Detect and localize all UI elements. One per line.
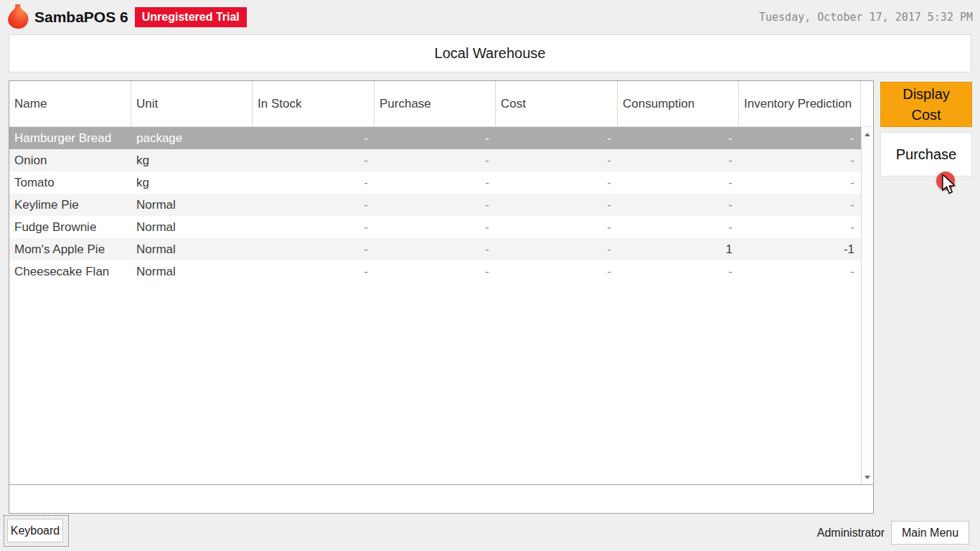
purchase-button[interactable]: Purchase bbox=[880, 132, 972, 176]
column-header-consumption[interactable]: Consumption bbox=[618, 81, 739, 126]
top-bar: SambaPOS 6 Unregistered Trial Tuesday, O… bbox=[0, 0, 980, 34]
display-cost-label: Display Cost bbox=[894, 84, 958, 126]
table-row-keylime-pie[interactable]: Keylime PieNormal----- bbox=[9, 194, 861, 216]
table-row-onion[interactable]: Onionkg----- bbox=[9, 149, 861, 171]
cell-cost: - bbox=[496, 194, 618, 216]
table-row-cheesecake-flan[interactable]: Cheesecake FlanNormal----- bbox=[9, 260, 861, 283]
cell-in-stock: - bbox=[253, 171, 374, 194]
table-body: Hamburger Breadpackage-----Onionkg-----T… bbox=[9, 127, 873, 484]
cell-unit: kg bbox=[131, 149, 253, 171]
keyboard-button[interactable]: Keyboard bbox=[7, 519, 63, 542]
main-menu-label: Main Menu bbox=[902, 527, 958, 540]
cell-consumption: - bbox=[618, 171, 739, 194]
cell-unit: package bbox=[131, 127, 253, 149]
column-header-spacer bbox=[861, 81, 873, 126]
cell-unit: kg bbox=[131, 171, 253, 194]
page-title-label: Local Warehouse bbox=[435, 45, 546, 62]
cell-inventory-prediction: - bbox=[739, 194, 861, 216]
cell-in-stock: - bbox=[253, 216, 374, 238]
cell-cost: - bbox=[496, 260, 618, 283]
cell-inventory-prediction: - bbox=[739, 260, 861, 283]
clock-datetime: Tuesday, October 17, 2017 5:32 PM bbox=[759, 11, 973, 24]
purchase-label: Purchase bbox=[896, 146, 957, 163]
column-header-name[interactable]: Name bbox=[9, 81, 131, 126]
warehouse-inventory-table: NameUnitIn StockPurchaseCostConsumptionI… bbox=[9, 80, 874, 514]
app-title: SambaPOS 6 bbox=[34, 9, 128, 26]
cell-name: Keylime Pie bbox=[9, 194, 131, 216]
cell-in-stock: - bbox=[253, 194, 374, 216]
cell-unit: Normal bbox=[131, 194, 253, 216]
cell-consumption: - bbox=[618, 149, 739, 171]
column-header-cost[interactable]: Cost bbox=[496, 81, 618, 126]
cell-purchase: - bbox=[374, 194, 496, 216]
cell-name: Hamburger Bread bbox=[9, 127, 131, 149]
cell-cost: - bbox=[496, 171, 618, 194]
column-header-purchase[interactable]: Purchase bbox=[374, 81, 496, 126]
cell-name: Mom's Apple Pie bbox=[9, 238, 131, 260]
cell-cost: - bbox=[496, 216, 618, 238]
cell-cost: - bbox=[496, 238, 618, 260]
cell-cost: - bbox=[496, 149, 618, 171]
cell-inventory-prediction: - bbox=[739, 127, 861, 149]
cell-inventory-prediction: - bbox=[739, 171, 861, 194]
display-cost-button[interactable]: Display Cost bbox=[880, 82, 972, 127]
sambapos-flame-icon bbox=[6, 4, 30, 30]
scroll-up-arrow-icon[interactable] bbox=[862, 128, 873, 140]
cell-purchase: - bbox=[374, 260, 496, 283]
page-title: Local Warehouse bbox=[9, 34, 971, 72]
mouse-pointer-icon bbox=[941, 174, 956, 196]
cell-consumption: - bbox=[618, 260, 739, 283]
cell-name: Fudge Brownie bbox=[9, 216, 131, 238]
column-header-in-stock[interactable]: In Stock bbox=[253, 81, 374, 126]
unregistered-trial-badge: Unregistered Trial bbox=[135, 7, 247, 27]
cell-consumption: 1 bbox=[618, 238, 739, 260]
horizontal-scrollbar-track[interactable] bbox=[9, 484, 873, 513]
vertical-scrollbar[interactable] bbox=[861, 127, 873, 484]
cell-cost: - bbox=[496, 127, 618, 149]
cell-unit: Normal bbox=[131, 260, 253, 283]
table-row-fudge-brownie[interactable]: Fudge BrownieNormal----- bbox=[9, 216, 861, 238]
table-rows-area: Hamburger Breadpackage-----Onionkg-----T… bbox=[9, 127, 861, 484]
cell-name: Cheesecake Flan bbox=[9, 260, 131, 283]
cell-purchase: - bbox=[374, 238, 496, 260]
cell-unit: Normal bbox=[131, 216, 253, 238]
cell-in-stock: - bbox=[253, 238, 374, 260]
cell-purchase: - bbox=[374, 149, 496, 171]
cell-purchase: - bbox=[374, 216, 496, 238]
scroll-down-arrow-icon[interactable] bbox=[862, 471, 873, 483]
cell-in-stock: - bbox=[253, 260, 374, 283]
cell-purchase: - bbox=[374, 127, 496, 149]
column-header-inventory-prediction[interactable]: Inventory Prediction bbox=[739, 81, 861, 126]
keyboard-label: Keyboard bbox=[11, 524, 60, 537]
table-row-mom-s-apple-pie[interactable]: Mom's Apple PieNormal---1-1 bbox=[9, 238, 861, 260]
cell-name: Tomato bbox=[9, 171, 131, 194]
table-row-hamburger-bread[interactable]: Hamburger Breadpackage----- bbox=[9, 127, 861, 149]
table-header-row: NameUnitIn StockPurchaseCostConsumptionI… bbox=[9, 81, 873, 127]
cell-in-stock: - bbox=[253, 127, 374, 149]
cell-consumption: - bbox=[618, 194, 739, 216]
cell-inventory-prediction: - bbox=[739, 149, 861, 171]
user-name-label: Administrator bbox=[817, 527, 885, 540]
cell-name: Onion bbox=[9, 149, 131, 171]
cell-unit: Normal bbox=[131, 238, 253, 260]
cell-inventory-prediction: -1 bbox=[739, 238, 861, 260]
cell-consumption: - bbox=[618, 127, 739, 149]
column-header-unit[interactable]: Unit bbox=[131, 81, 253, 126]
cell-in-stock: - bbox=[253, 149, 374, 171]
table-row-tomato[interactable]: Tomatokg----- bbox=[9, 171, 861, 194]
cell-purchase: - bbox=[374, 171, 496, 194]
logged-in-user: Administrator bbox=[817, 521, 885, 545]
cell-consumption: - bbox=[618, 216, 739, 238]
cell-inventory-prediction: - bbox=[739, 216, 861, 238]
main-menu-button[interactable]: Main Menu bbox=[891, 521, 969, 545]
